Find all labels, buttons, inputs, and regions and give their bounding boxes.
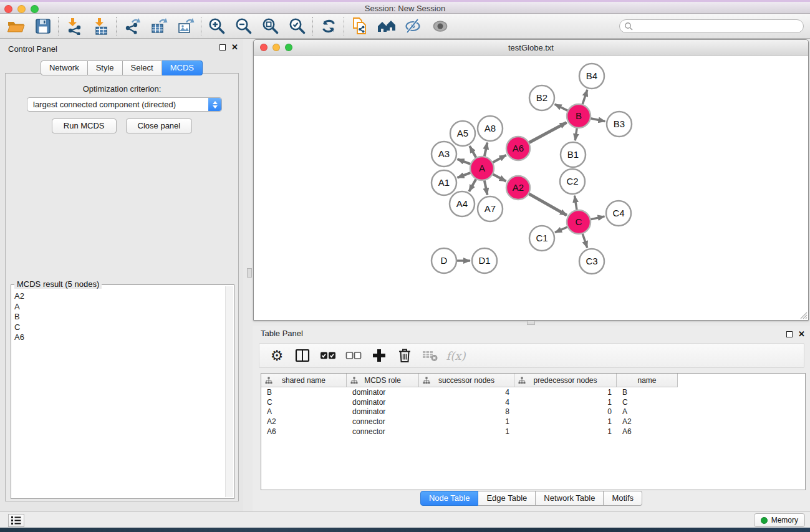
column-header-successor-nodes[interactable]: successor nodes bbox=[419, 374, 514, 387]
task-history-button[interactable] bbox=[8, 514, 24, 527]
close-panel-button[interactable]: Close panel bbox=[126, 118, 193, 133]
table-cell[interactable]: 1 bbox=[514, 417, 617, 426]
tab-select[interactable]: Select bbox=[123, 60, 162, 75]
graph-edge[interactable] bbox=[485, 180, 488, 195]
search-input[interactable] bbox=[619, 19, 804, 33]
graph-edge[interactable] bbox=[528, 122, 567, 143]
table-settings-button[interactable]: ⚙ bbox=[267, 346, 287, 365]
function-builder-button[interactable]: f(x) bbox=[446, 346, 466, 365]
graph-edge[interactable] bbox=[492, 155, 506, 163]
memory-button[interactable]: Memory bbox=[754, 513, 805, 527]
table-row[interactable]: Bdominator41B bbox=[261, 387, 805, 397]
home-button[interactable] bbox=[373, 16, 400, 37]
table-row[interactable]: A2connector11A2 bbox=[261, 417, 805, 427]
create-column-button[interactable] bbox=[369, 346, 389, 365]
column-header-predecessor-nodes[interactable]: predecessor nodes bbox=[514, 374, 617, 387]
table-cell[interactable]: connector bbox=[347, 417, 419, 426]
graph-edge[interactable] bbox=[528, 193, 567, 215]
graph-edge[interactable] bbox=[555, 226, 568, 232]
show-column-panel-button[interactable] bbox=[292, 346, 312, 365]
graph-edge[interactable] bbox=[575, 127, 577, 140]
network-canvas[interactable]: AA1A2A3A4A5A6A7A8BB1B2B3B4CC1C2C3C4DD1 bbox=[254, 56, 808, 320]
table-cell[interactable]: dominator bbox=[347, 388, 419, 397]
table-row[interactable]: Cdominator41C bbox=[261, 397, 805, 407]
graph-edge[interactable] bbox=[582, 90, 587, 105]
delete-columns-button[interactable] bbox=[395, 346, 415, 365]
table-cell[interactable]: 1 bbox=[419, 427, 514, 436]
table-row[interactable]: A6connector11A6 bbox=[261, 427, 805, 437]
zoom-selected-button[interactable] bbox=[284, 16, 311, 37]
mcds-result-item[interactable]: C bbox=[14, 322, 224, 333]
table-cell[interactable]: B bbox=[261, 388, 347, 397]
result-scrollbar[interactable] bbox=[225, 286, 233, 497]
column-header-mcds-role[interactable]: MCDS role bbox=[347, 374, 419, 387]
table-cell[interactable]: 1 bbox=[419, 417, 514, 426]
column-header-shared-name[interactable]: shared name bbox=[261, 374, 347, 387]
graph-edge[interactable] bbox=[458, 172, 472, 178]
close-table-panel-icon[interactable]: ✕ bbox=[798, 331, 805, 337]
window-resize-grip-icon[interactable] bbox=[798, 310, 808, 319]
zoom-in-button[interactable] bbox=[203, 16, 230, 37]
table-cell[interactable]: B bbox=[617, 388, 678, 397]
clone-network-button[interactable] bbox=[346, 16, 373, 37]
zoom-fit-button[interactable] bbox=[257, 16, 284, 37]
network-window-titlebar[interactable]: testGlobe.txt bbox=[254, 40, 808, 56]
export-table-button[interactable] bbox=[145, 16, 172, 37]
graph-edge[interactable] bbox=[469, 178, 476, 191]
table-cell[interactable]: A6 bbox=[617, 427, 678, 436]
graph-edge[interactable] bbox=[574, 196, 577, 211]
graph-edge[interactable] bbox=[582, 233, 587, 248]
graph-edge[interactable] bbox=[458, 159, 472, 165]
table-cell[interactable]: A bbox=[617, 407, 678, 416]
table-cell[interactable]: A6 bbox=[261, 427, 347, 436]
close-panel-icon[interactable]: ✕ bbox=[231, 44, 238, 51]
zoom-out-button[interactable] bbox=[230, 16, 257, 37]
table-cell[interactable]: A2 bbox=[617, 417, 678, 426]
table-cell[interactable]: C bbox=[261, 398, 347, 407]
mcds-result-item[interactable]: A6 bbox=[14, 332, 224, 343]
graph-edge[interactable] bbox=[470, 146, 476, 158]
table-cell[interactable]: 1 bbox=[514, 398, 617, 407]
tab-motifs[interactable]: Motifs bbox=[604, 491, 642, 506]
graph-edge[interactable] bbox=[485, 143, 488, 158]
import-table-button[interactable] bbox=[87, 16, 114, 37]
tab-style[interactable]: Style bbox=[88, 60, 123, 75]
export-network-button[interactable] bbox=[118, 16, 145, 37]
refresh-button[interactable] bbox=[315, 16, 342, 37]
table-cell[interactable]: 0 bbox=[514, 407, 617, 416]
graph-edge[interactable] bbox=[590, 118, 605, 122]
table-cell[interactable]: 4 bbox=[419, 398, 514, 407]
tab-network-table[interactable]: Network Table bbox=[536, 491, 604, 506]
mcds-result-item[interactable]: B bbox=[14, 312, 224, 322]
table-cell[interactable]: connector bbox=[347, 427, 419, 436]
table-cell[interactable]: A2 bbox=[261, 417, 347, 426]
float-table-panel-icon[interactable] bbox=[786, 331, 793, 337]
tab-node-table[interactable]: Node Table bbox=[420, 491, 479, 506]
criterion-select[interactable]: largest connected component (directed) bbox=[27, 97, 222, 112]
table-cell[interactable]: 1 bbox=[514, 427, 617, 436]
graph-edge[interactable] bbox=[590, 216, 605, 220]
vertical-splitter-handle[interactable] bbox=[247, 268, 252, 278]
column-header-name[interactable]: name bbox=[617, 374, 678, 387]
mcds-result-item[interactable]: A bbox=[14, 302, 224, 312]
table-cell[interactable]: C bbox=[617, 398, 678, 407]
export-image-button[interactable] bbox=[172, 16, 199, 37]
float-panel-icon[interactable] bbox=[219, 44, 226, 51]
horizontal-splitter-handle[interactable] bbox=[527, 321, 535, 325]
table-row[interactable]: Adominator80A bbox=[261, 407, 805, 417]
graph-edge[interactable] bbox=[492, 173, 506, 181]
import-network-button[interactable] bbox=[60, 16, 87, 37]
open-session-button[interactable] bbox=[2, 16, 29, 37]
graph-edge[interactable] bbox=[555, 104, 569, 111]
table-cell[interactable]: dominator bbox=[347, 398, 419, 407]
mcds-result-item[interactable]: A2 bbox=[14, 291, 224, 302]
table-cell[interactable]: 1 bbox=[514, 388, 617, 397]
save-session-button[interactable] bbox=[29, 16, 56, 37]
run-mcds-button[interactable]: Run MCDS bbox=[52, 118, 117, 133]
table-cell[interactable]: 8 bbox=[419, 407, 514, 416]
table-cell[interactable]: A bbox=[261, 407, 347, 416]
show-graphics-details-button[interactable] bbox=[427, 16, 453, 37]
delete-table-button[interactable] bbox=[420, 346, 440, 365]
tab-network[interactable]: Network bbox=[41, 60, 88, 75]
tab-mcds[interactable]: MCDS bbox=[162, 60, 203, 75]
